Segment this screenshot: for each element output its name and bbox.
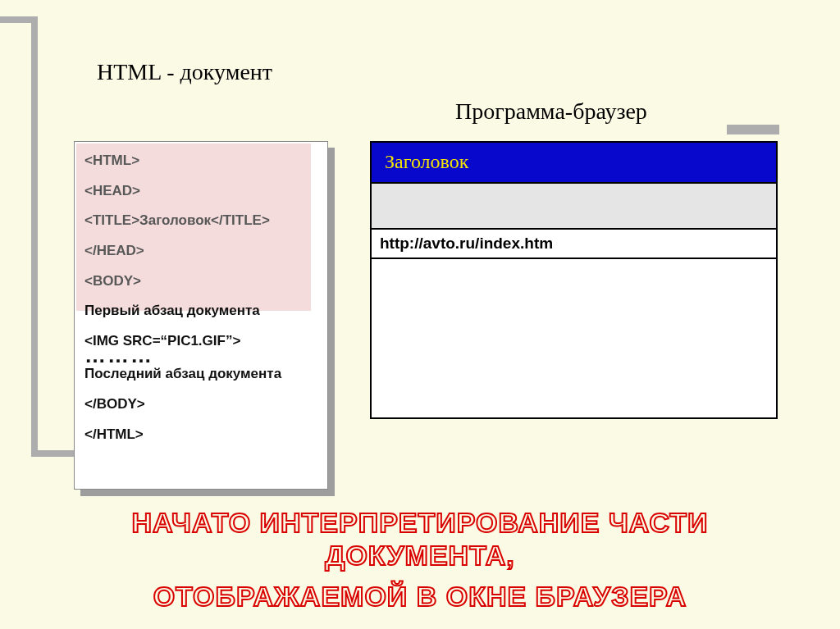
browser-toolbar [372, 184, 776, 230]
code-line-html-open: <HTML> [84, 153, 317, 169]
browser-titlebar: Заголовок [372, 143, 776, 184]
code-line-img: <IMG SRC=“PIC1.GIF”> [84, 334, 317, 349]
code-line-body-close: </BODY> [84, 397, 317, 412]
status-headline-line2: ДОКУМЕНТА, [0, 540, 840, 572]
heading-browser-program: Программа-браузер [455, 98, 647, 125]
code-line-html-close: </HTML> [84, 427, 317, 443]
code-line-head-close: </HEAD> [84, 244, 317, 259]
frame-accent-left [31, 16, 38, 457]
status-headline-line3: ОТОБРАЖАЕМОЙ В ОКНЕ БРАУЗЕРА [0, 581, 840, 613]
code-line-title: <TITLE>Заголовок</TITLE> [84, 213, 317, 229]
code-panel: <HTML> <HEAD> <TITLE>Заголовок</TITLE> <… [74, 141, 328, 490]
frame-accent-tab [727, 125, 779, 134]
code-line-ellipsis: ……… [84, 349, 317, 362]
code-line-head-open: <HEAD> [84, 184, 317, 199]
heading-html-document: HTML - документ [97, 59, 272, 85]
code-line-paragraph-last: Последний абзац документа [84, 367, 317, 382]
status-headline-line1: НАЧАТО ИНТЕРПРЕТИРОВАНИЕ ЧАСТИ [0, 507, 840, 539]
browser-address-bar[interactable]: http://avto.ru/index.htm [372, 230, 776, 259]
code-line-body-open: <BODY> [84, 274, 317, 289]
browser-viewport [372, 259, 776, 417]
code-line-paragraph-first: Первый абзац документа [84, 303, 317, 319]
browser-window: Заголовок http://avto.ru/index.htm [370, 141, 778, 419]
